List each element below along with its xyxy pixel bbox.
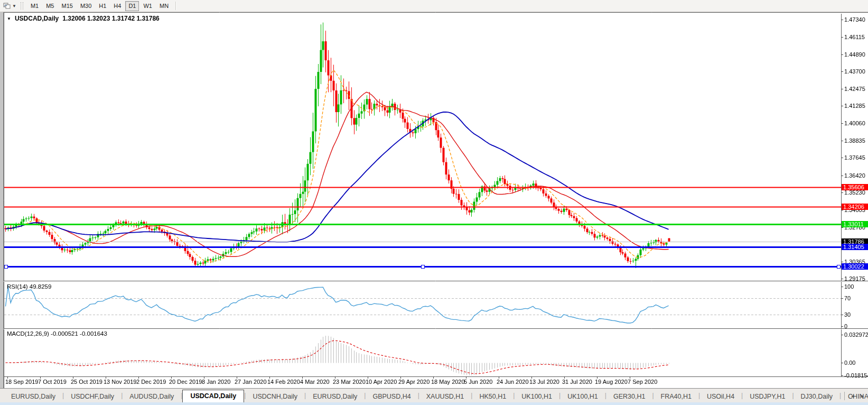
rsi-axis-tick: 0 (844, 323, 847, 329)
chart-tab-audusd-daily[interactable]: AUDUSD,Daily (123, 391, 181, 403)
date-axis-label: 13 Nov 2019 (104, 379, 136, 385)
mt4-terminal: { "toolbar": { "periods": [ {"label":"M1… (0, 0, 868, 405)
timeframe-buttons: M1M5M15M30H1H4D1W1MN (27, 1, 172, 11)
chart-ohlc-values: 1.32006 1.32023 1.31742 1.31786 (62, 15, 160, 22)
chart-tabbar: EURUSD,Daily|USDCHF,Daily|AUDUSD,Daily|U… (0, 388, 868, 403)
chart-profile-icon[interactable] (2, 2, 12, 10)
timeframe-button-m1[interactable]: M1 (27, 1, 42, 11)
timeframe-button-h4[interactable]: H4 (110, 1, 124, 11)
date-axis-label: 20 Dec 2019 (169, 379, 202, 385)
tab-scroll-right-icon[interactable]: ► (860, 393, 865, 399)
date-axis-label: 4 Mar 2020 (300, 379, 330, 385)
chart-tabs: EURUSD,Daily|USDCHF,Daily|AUDUSD,Daily|U… (4, 389, 868, 403)
price-axis-tick: 1.47340 (844, 16, 865, 23)
date-axis-label: 25 Oct 2019 (71, 379, 102, 385)
chart-tab-usdchf-daily[interactable]: USDCHF,Daily (64, 391, 121, 403)
date-axis-label: 23 Mar 2020 (333, 379, 366, 385)
price-axis-tick: 1.42475 (844, 86, 865, 92)
macd-axis-tick: 0.032972 (844, 332, 868, 338)
workspace-left-edge (0, 12, 4, 405)
chart-tab-hk50-h1[interactable]: HK50,H1 (472, 391, 513, 403)
price-level-tag: 1.33011 (842, 221, 868, 227)
toolbar-separator (175, 2, 176, 10)
chart-tab-usdcad-daily[interactable]: USDCAD,Daily (182, 390, 244, 403)
rsi-axis-tick: 100 (844, 283, 854, 290)
date-axis-label: 2 Dec 2019 (136, 379, 166, 385)
chart-tab-usdcnh-daily[interactable]: USDCNH,Daily (246, 391, 304, 403)
date-axis-label: 18 May 2020 (431, 379, 465, 385)
date-axis-label: 27 Jan 2020 (235, 379, 267, 385)
toolbar-drag-handle[interactable] (21, 2, 23, 10)
date-axis-label: 8 Jan 2020 (202, 379, 230, 385)
chart-symbol-title: USDCAD,Daily (15, 15, 59, 22)
chart-tab-eurusd-daily[interactable]: EURUSD,Daily (4, 391, 62, 403)
chart-profile-glyph (3, 2, 11, 10)
timeframe-button-m30[interactable]: M30 (77, 1, 95, 11)
date-axis-label: 24 Jun 2020 (497, 379, 529, 385)
date-axis-label: 5 Jun 2020 (464, 379, 492, 385)
chart-canvas[interactable] (0, 0, 868, 405)
price-level-tag: 1.35606 (842, 184, 868, 190)
date-axis-label: 7 Sep 2020 (628, 379, 657, 385)
price-axis-tick: 1.46115 (844, 34, 865, 40)
date-axis-label: 13 Jul 2020 (529, 379, 559, 385)
date-axis-label: 10 Apr 2020 (366, 379, 397, 385)
date-axis-label: 19 Aug 2020 (595, 379, 628, 385)
chart-tab-usdjpy-h1[interactable]: USDJPY,H1 (743, 391, 792, 403)
price-axis-tick: 1.29175 (844, 275, 865, 282)
chart-tab-uk100-h1[interactable]: UK100,H1 (561, 391, 605, 403)
rsi-axis-tick: 30 (844, 311, 851, 318)
price-axis-tick: 1.38835 (844, 137, 865, 144)
date-axis-label: 18 Sep 2019 (5, 379, 38, 385)
macd-axis-tick: 0.00 (844, 360, 855, 366)
timeframe-button-m15[interactable]: M15 (58, 1, 76, 11)
macd-indicator-label: MACD(12,26,9) -0.000521 -0.001643 (7, 330, 107, 337)
tabbar-separator (844, 392, 845, 400)
price-axis-tick: 1.43700 (844, 68, 865, 75)
price-axis-tick: 1.40060 (844, 120, 865, 126)
price-axis-tick: 1.36420 (844, 172, 865, 179)
status-strip (0, 402, 868, 405)
price-level-tag: 1.34206 (842, 204, 868, 210)
price-axis-tick: 1.37645 (844, 154, 865, 161)
timeframe-button-m5[interactable]: M5 (43, 1, 57, 11)
rsi-axis-tick: 70 (844, 295, 851, 301)
chart-tab-dj30-daily[interactable]: DJ30,Daily (794, 391, 839, 403)
date-axis-label: 7 Oct 2019 (38, 379, 67, 385)
chart-tab-usoil-h4[interactable]: USOil,H4 (700, 391, 741, 403)
timeframe-button-h1[interactable]: H1 (96, 1, 109, 11)
macd-axis-tick: -0.018154 (844, 372, 868, 379)
chart-tab-gbpusd-h4[interactable]: GBPUSD,H4 (366, 391, 417, 403)
chart-tab-uk100-h1[interactable]: UK100,H1 (515, 391, 559, 403)
timeframe-button-mn[interactable]: MN (156, 1, 172, 11)
price-axis-tick: 1.41285 (844, 103, 865, 109)
date-axis-label: 31 Jul 2020 (562, 379, 592, 385)
price-axis-tick: 1.44890 (844, 51, 865, 58)
quick-trade-dropdown-icon[interactable]: ▼ (7, 16, 11, 21)
chart-header: ▼ USDCAD,Daily 1.32006 1.32023 1.31742 1… (7, 15, 160, 22)
tab-scroll-arrows: ◄ ► (844, 392, 865, 400)
chevron-down-icon[interactable]: ▼ (12, 4, 16, 8)
date-axis-label: 14 Feb 2020 (267, 379, 300, 385)
timeframe-toolbar: ▼ M1M5M15M30H1H4D1W1MN (0, 0, 868, 12)
price-level-tag: 1.30022 (842, 263, 868, 270)
timeframe-button-d1[interactable]: D1 (125, 1, 139, 11)
chart-tab-fra40-h1[interactable]: FRA40,H1 (654, 391, 698, 403)
chart-tab-eurusd-daily[interactable]: EURUSD,Daily (306, 391, 364, 403)
date-axis-label: 29 Apr 2020 (398, 379, 430, 385)
rsi-indicator-label: RSI(14) 49.8259 (7, 283, 51, 290)
tab-scroll-left-icon[interactable]: ◄ (850, 393, 855, 399)
price-level-tag: 1.31405 (842, 244, 868, 250)
chart-tab-ger30-h1[interactable]: GER30,H1 (606, 391, 652, 403)
chart-tab-xauusd-h1[interactable]: XAUUSD,H1 (419, 391, 471, 403)
timeframe-button-w1[interactable]: W1 (140, 1, 155, 11)
